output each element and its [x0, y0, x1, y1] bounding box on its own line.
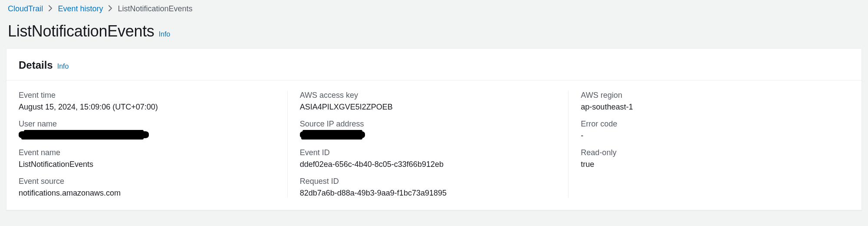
event-id-field: Event ID ddef02ea-656c-4b40-8c05-c33f66b… [300, 148, 556, 169]
event-source-label: Event source [19, 177, 275, 186]
panel-header: Details Info [7, 49, 861, 80]
details-panel: Details Info Event time August 15, 2024,… [6, 48, 862, 210]
info-link[interactable]: Info [159, 30, 171, 38]
breadcrumb-link-cloudtrail[interactable]: CloudTrail [8, 4, 43, 13]
chevron-right-icon [48, 5, 53, 13]
event-source-field: Event source notifications.amazonaws.com [19, 177, 275, 198]
source-ip-label: Source IP address [300, 120, 556, 129]
read-only-value: true [581, 160, 837, 169]
source-ip-field: Source IP address [300, 120, 556, 140]
source-ip-value [300, 131, 556, 140]
details-column-1: Event time August 15, 2024, 15:09:06 (UT… [19, 91, 287, 198]
details-body: Event time August 15, 2024, 15:09:06 (UT… [7, 80, 861, 210]
redacted-value [300, 131, 365, 138]
page-title: ListNotificationEvents [8, 22, 155, 40]
request-id-field: Request ID 82db7a6b-d88a-49b3-9aa9-f1bc7… [300, 177, 556, 198]
request-id-label: Request ID [300, 177, 556, 186]
read-only-field: Read-only true [581, 148, 837, 169]
aws-access-key-field: AWS access key ASIA4PILXGVE5I2ZPOEB [300, 91, 556, 112]
chevron-right-icon [108, 5, 112, 13]
event-name-value: ListNotificationEvents [19, 160, 275, 169]
aws-region-field: AWS region ap-southeast-1 [581, 91, 837, 112]
user-name-field: User name [19, 120, 275, 140]
event-id-value: ddef02ea-656c-4b40-8c05-c33f66b912eb [300, 160, 556, 169]
event-time-value: August 15, 2024, 15:09:06 (UTC+07:00) [19, 103, 275, 112]
event-name-label: Event name [19, 148, 275, 157]
user-name-value [19, 131, 275, 140]
error-code-value: - [581, 131, 837, 140]
breadcrumb: CloudTrail Event history ListNotificatio… [0, 0, 868, 16]
breadcrumb-current: ListNotificationEvents [118, 4, 192, 13]
aws-region-value: ap-southeast-1 [581, 103, 837, 112]
aws-access-key-value: ASIA4PILXGVE5I2ZPOEB [300, 103, 556, 112]
event-id-label: Event ID [300, 148, 556, 157]
breadcrumb-link-event-history[interactable]: Event history [58, 4, 103, 13]
error-code-label: Error code [581, 120, 837, 129]
details-column-3: AWS region ap-southeast-1 Error code - R… [568, 91, 849, 198]
page-header: ListNotificationEvents Info [0, 16, 868, 48]
event-time-field: Event time August 15, 2024, 15:09:06 (UT… [19, 91, 275, 112]
info-link[interactable]: Info [57, 63, 69, 70]
event-source-value: notifications.amazonaws.com [19, 189, 275, 198]
request-id-value: 82db7a6b-d88a-49b3-9aa9-f1bc73a91895 [300, 189, 556, 198]
redacted-value [19, 131, 149, 138]
event-name-field: Event name ListNotificationEvents [19, 148, 275, 169]
panel-title: Details [19, 59, 53, 71]
aws-access-key-label: AWS access key [300, 91, 556, 100]
event-time-label: Event time [19, 91, 275, 100]
details-column-2: AWS access key ASIA4PILXGVE5I2ZPOEB Sour… [287, 91, 569, 198]
error-code-field: Error code - [581, 120, 837, 140]
user-name-label: User name [19, 120, 275, 129]
aws-region-label: AWS region [581, 91, 837, 100]
read-only-label: Read-only [581, 148, 837, 157]
